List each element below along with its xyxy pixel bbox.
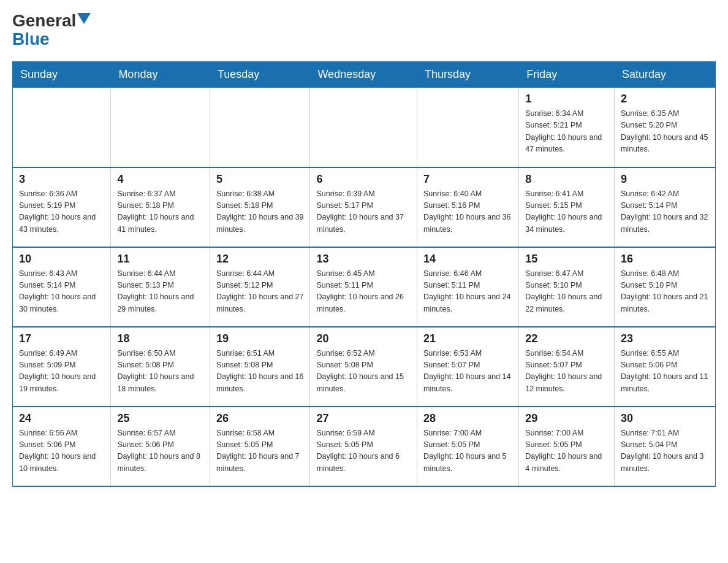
day-cell: 13Sunrise: 6:45 AMSunset: 5:11 PMDayligh… bbox=[310, 247, 417, 327]
day-number: 26 bbox=[216, 412, 303, 425]
day-cell: 9Sunrise: 6:42 AMSunset: 5:14 PMDaylight… bbox=[614, 167, 715, 247]
day-cell: 16Sunrise: 6:48 AMSunset: 5:10 PMDayligh… bbox=[614, 247, 715, 327]
day-cell: 19Sunrise: 6:51 AMSunset: 5:08 PMDayligh… bbox=[210, 327, 310, 407]
day-number: 17 bbox=[19, 332, 104, 345]
week-row-2: 3Sunrise: 6:36 AMSunset: 5:19 PMDaylight… bbox=[13, 167, 716, 247]
header-cell-wednesday: Wednesday bbox=[310, 62, 417, 88]
header-cell-sunday: Sunday bbox=[13, 62, 111, 88]
day-number: 15 bbox=[525, 253, 608, 266]
day-info: Sunrise: 6:50 AMSunset: 5:08 PMDaylight:… bbox=[117, 348, 203, 396]
calendar-table: SundayMondayTuesdayWednesdayThursdayFrid… bbox=[12, 61, 716, 487]
day-number: 12 bbox=[216, 253, 303, 266]
day-info: Sunrise: 6:40 AMSunset: 5:16 PMDaylight:… bbox=[423, 188, 512, 236]
day-info: Sunrise: 6:54 AMSunset: 5:07 PMDaylight:… bbox=[525, 348, 608, 396]
day-cell: 8Sunrise: 6:41 AMSunset: 5:15 PMDaylight… bbox=[519, 167, 615, 247]
day-info: Sunrise: 7:00 AMSunset: 5:05 PMDaylight:… bbox=[525, 427, 608, 475]
calendar-header: SundayMondayTuesdayWednesdayThursdayFrid… bbox=[13, 62, 716, 88]
logo-general: General bbox=[12, 12, 76, 29]
day-info: Sunrise: 6:43 AMSunset: 5:14 PMDaylight:… bbox=[19, 268, 104, 316]
day-number: 23 bbox=[621, 332, 709, 345]
day-info: Sunrise: 6:36 AMSunset: 5:19 PMDaylight:… bbox=[19, 188, 104, 236]
day-number: 7 bbox=[423, 173, 512, 186]
logo: General Blue bbox=[12, 12, 91, 49]
day-info: Sunrise: 6:34 AMSunset: 5:21 PMDaylight:… bbox=[525, 108, 608, 156]
day-number: 8 bbox=[525, 173, 608, 186]
day-number: 5 bbox=[216, 173, 303, 186]
day-number: 6 bbox=[316, 173, 411, 186]
day-cell: 20Sunrise: 6:52 AMSunset: 5:08 PMDayligh… bbox=[310, 327, 417, 407]
day-cell: 29Sunrise: 7:00 AMSunset: 5:05 PMDayligh… bbox=[519, 407, 615, 486]
day-info: Sunrise: 7:00 AMSunset: 5:05 PMDaylight:… bbox=[423, 427, 512, 475]
day-number: 28 bbox=[423, 412, 512, 425]
day-cell: 28Sunrise: 7:00 AMSunset: 5:05 PMDayligh… bbox=[417, 407, 518, 486]
day-info: Sunrise: 6:57 AMSunset: 5:06 PMDaylight:… bbox=[117, 427, 203, 475]
day-number: 18 bbox=[117, 332, 203, 345]
day-cell: 15Sunrise: 6:47 AMSunset: 5:10 PMDayligh… bbox=[519, 247, 615, 327]
day-cell: 21Sunrise: 6:53 AMSunset: 5:07 PMDayligh… bbox=[417, 327, 518, 407]
day-cell bbox=[417, 88, 518, 167]
day-cell: 5Sunrise: 6:38 AMSunset: 5:18 PMDaylight… bbox=[210, 167, 310, 247]
day-info: Sunrise: 6:44 AMSunset: 5:12 PMDaylight:… bbox=[216, 268, 303, 316]
header-cell-monday: Monday bbox=[111, 62, 210, 88]
header-cell-thursday: Thursday bbox=[417, 62, 518, 88]
day-cell: 18Sunrise: 6:50 AMSunset: 5:08 PMDayligh… bbox=[111, 327, 210, 407]
day-info: Sunrise: 6:55 AMSunset: 5:06 PMDaylight:… bbox=[621, 348, 709, 396]
day-cell: 2Sunrise: 6:35 AMSunset: 5:20 PMDaylight… bbox=[614, 88, 715, 167]
page-header: General Blue bbox=[12, 12, 716, 49]
day-number: 4 bbox=[117, 173, 203, 186]
day-info: Sunrise: 6:47 AMSunset: 5:10 PMDaylight:… bbox=[525, 268, 608, 316]
day-cell: 14Sunrise: 6:46 AMSunset: 5:11 PMDayligh… bbox=[417, 247, 518, 327]
day-cell: 7Sunrise: 6:40 AMSunset: 5:16 PMDaylight… bbox=[417, 167, 518, 247]
day-cell: 17Sunrise: 6:49 AMSunset: 5:09 PMDayligh… bbox=[13, 327, 111, 407]
day-number: 16 bbox=[621, 253, 709, 266]
day-info: Sunrise: 6:45 AMSunset: 5:11 PMDaylight:… bbox=[316, 268, 411, 316]
day-number: 11 bbox=[117, 253, 203, 266]
week-row-4: 17Sunrise: 6:49 AMSunset: 5:09 PMDayligh… bbox=[13, 327, 716, 407]
day-cell bbox=[310, 88, 417, 167]
day-info: Sunrise: 6:48 AMSunset: 5:10 PMDaylight:… bbox=[621, 268, 709, 316]
day-info: Sunrise: 6:39 AMSunset: 5:17 PMDaylight:… bbox=[316, 188, 411, 236]
day-info: Sunrise: 6:42 AMSunset: 5:14 PMDaylight:… bbox=[621, 188, 709, 236]
day-number: 20 bbox=[316, 332, 411, 345]
day-cell bbox=[111, 88, 210, 167]
day-cell: 22Sunrise: 6:54 AMSunset: 5:07 PMDayligh… bbox=[519, 327, 615, 407]
day-cell: 12Sunrise: 6:44 AMSunset: 5:12 PMDayligh… bbox=[210, 247, 310, 327]
header-cell-tuesday: Tuesday bbox=[210, 62, 310, 88]
day-info: Sunrise: 6:52 AMSunset: 5:08 PMDaylight:… bbox=[316, 348, 411, 396]
day-number: 24 bbox=[19, 412, 104, 425]
day-info: Sunrise: 6:51 AMSunset: 5:08 PMDaylight:… bbox=[216, 348, 303, 396]
day-info: Sunrise: 6:41 AMSunset: 5:15 PMDaylight:… bbox=[525, 188, 608, 236]
svg-marker-0 bbox=[77, 13, 91, 24]
day-cell: 26Sunrise: 6:58 AMSunset: 5:05 PMDayligh… bbox=[210, 407, 310, 486]
header-cell-friday: Friday bbox=[519, 62, 615, 88]
day-info: Sunrise: 6:59 AMSunset: 5:05 PMDaylight:… bbox=[316, 427, 411, 475]
day-number: 13 bbox=[316, 253, 411, 266]
day-number: 21 bbox=[423, 332, 512, 345]
week-row-5: 24Sunrise: 6:56 AMSunset: 5:06 PMDayligh… bbox=[13, 407, 716, 486]
day-cell bbox=[13, 88, 111, 167]
day-info: Sunrise: 6:37 AMSunset: 5:18 PMDaylight:… bbox=[117, 188, 203, 236]
week-row-3: 10Sunrise: 6:43 AMSunset: 5:14 PMDayligh… bbox=[13, 247, 716, 327]
day-number: 19 bbox=[216, 332, 303, 345]
day-number: 9 bbox=[621, 173, 709, 186]
day-info: Sunrise: 7:01 AMSunset: 5:04 PMDaylight:… bbox=[621, 427, 709, 475]
day-number: 1 bbox=[525, 93, 608, 105]
day-cell: 10Sunrise: 6:43 AMSunset: 5:14 PMDayligh… bbox=[13, 247, 111, 327]
day-cell: 3Sunrise: 6:36 AMSunset: 5:19 PMDaylight… bbox=[13, 167, 111, 247]
day-number: 14 bbox=[423, 253, 512, 266]
day-info: Sunrise: 6:49 AMSunset: 5:09 PMDaylight:… bbox=[19, 348, 104, 396]
week-row-1: 1Sunrise: 6:34 AMSunset: 5:21 PMDaylight… bbox=[13, 88, 716, 167]
logo-blue: Blue bbox=[12, 29, 50, 49]
day-cell: 24Sunrise: 6:56 AMSunset: 5:06 PMDayligh… bbox=[13, 407, 111, 486]
logo-triangle-icon bbox=[77, 13, 91, 26]
day-cell: 4Sunrise: 6:37 AMSunset: 5:18 PMDaylight… bbox=[111, 167, 210, 247]
day-number: 2 bbox=[621, 93, 709, 105]
day-cell: 1Sunrise: 6:34 AMSunset: 5:21 PMDaylight… bbox=[519, 88, 615, 167]
day-info: Sunrise: 6:56 AMSunset: 5:06 PMDaylight:… bbox=[19, 427, 104, 475]
day-cell: 30Sunrise: 7:01 AMSunset: 5:04 PMDayligh… bbox=[614, 407, 715, 486]
calendar-body: 1Sunrise: 6:34 AMSunset: 5:21 PMDaylight… bbox=[13, 88, 716, 486]
day-cell: 11Sunrise: 6:44 AMSunset: 5:13 PMDayligh… bbox=[111, 247, 210, 327]
header-cell-saturday: Saturday bbox=[614, 62, 715, 88]
day-number: 25 bbox=[117, 412, 203, 425]
day-info: Sunrise: 6:46 AMSunset: 5:11 PMDaylight:… bbox=[423, 268, 512, 316]
